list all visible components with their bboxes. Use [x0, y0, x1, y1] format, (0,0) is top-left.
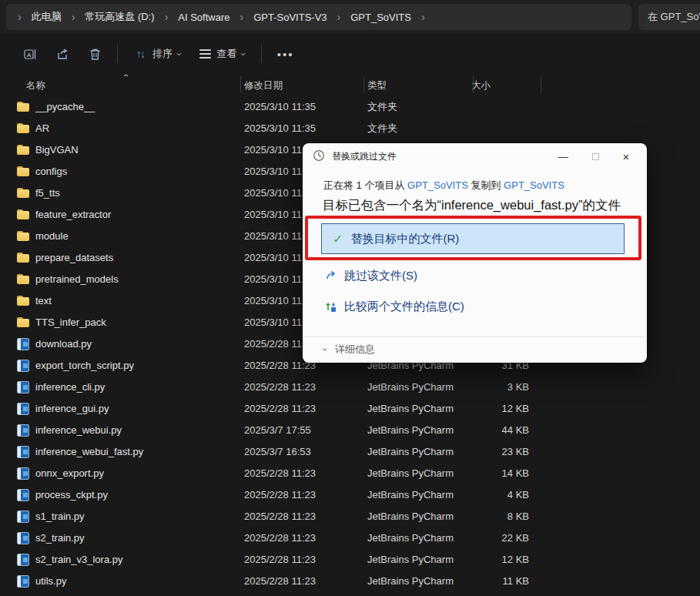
file-row[interactable]: s2_train.py 2025/2/28 11:23 JetBrains Py…	[0, 527, 700, 549]
file-name: s2_train_v3_lora.py	[35, 549, 122, 571]
file-name: BigVGAN	[35, 139, 79, 161]
file-size: 44 KB	[460, 420, 529, 441]
file-row[interactable]: s1_train.py 2025/2/28 11:23 JetBrains Py…	[0, 506, 700, 527]
details-expander[interactable]: › 详细信息	[323, 337, 375, 362]
file-row[interactable]: inference_webui_fast.py 2025/3/7 16:53 J…	[0, 441, 700, 463]
search-input[interactable]: 在 GPT_SoVITS	[638, 4, 700, 30]
file-size: 23 KB	[460, 441, 529, 463]
file-row[interactable]: inference_cli.py 2025/2/28 11:23 JetBrai…	[0, 377, 700, 398]
breadcrumb-separator: ›	[162, 11, 171, 23]
file-row[interactable]: inference_gui.py 2025/2/28 11:23 JetBrai…	[0, 398, 700, 420]
file-row[interactable]: __pycache__ 2025/3/10 11:35 文件夹	[0, 96, 700, 118]
file-type: JetBrains PyCharm	[367, 506, 454, 527]
column-header-type[interactable]: 类型	[367, 79, 387, 92]
python-file-icon	[17, 532, 29, 544]
view-button[interactable]: 查看 ›	[190, 41, 254, 67]
view-label: 查看	[216, 47, 236, 61]
file-type: JetBrains PyCharm	[367, 484, 454, 506]
breadcrumb-separator: ›	[419, 11, 427, 23]
maximize-button[interactable]	[579, 143, 611, 169]
file-row[interactable]: process_ckpt.py 2025/2/28 11:23 JetBrain…	[0, 484, 700, 506]
delete-button[interactable]	[79, 41, 111, 67]
folder-icon	[17, 101, 29, 113]
share-button[interactable]	[46, 41, 79, 67]
address-band: ›此电脑›常玩高速盘 (D:)›AI Software›GPT-SoVITS-V…	[0, 0, 700, 34]
file-size: 14 KB	[460, 463, 529, 484]
skip-file-label: 跳过该文件(S)	[344, 269, 417, 283]
folder-icon	[17, 209, 29, 221]
file-name: export_torch_script.py	[35, 355, 134, 377]
column-divider[interactable]	[363, 76, 364, 93]
file-date-modified: 2025/2/28 11:23	[244, 377, 316, 398]
file-row[interactable]: utils.py 2025/2/28 11:23 JetBrains PyCha…	[0, 571, 700, 592]
trash-icon	[88, 47, 102, 61]
file-size: 22 KB	[460, 527, 529, 549]
python-file-icon	[17, 467, 29, 480]
compare-files-button[interactable]: 比较两个文件的信息(C)	[323, 300, 464, 314]
rename-button[interactable]: A	[14, 41, 46, 67]
svg-text:A: A	[27, 52, 32, 59]
view-icon	[199, 47, 211, 61]
file-name: pretrained_models	[35, 269, 119, 290]
folder-icon	[17, 295, 29, 307]
column-divider[interactable]	[240, 76, 241, 93]
file-row[interactable]: inference_webui.py 2025/3/7 17:55 JetBra…	[0, 420, 700, 441]
python-file-icon	[17, 554, 29, 566]
more-options-button[interactable]: •••	[268, 42, 303, 67]
column-divider[interactable]	[473, 76, 474, 93]
sort-icon: ↑↓	[133, 47, 147, 61]
column-divider[interactable]	[541, 76, 541, 93]
file-type: JetBrains PyCharm	[367, 527, 454, 549]
toolbar-divider	[261, 45, 262, 63]
file-name: text	[35, 290, 52, 312]
breadcrumb: ›此电脑›常玩高速盘 (D:)›AI Software›GPT-SoVITS-V…	[6, 4, 631, 30]
copy-source-link[interactable]: GPT_SoVITS	[407, 179, 468, 191]
file-date-modified: 2025/2/28 11:23	[244, 484, 316, 506]
compare-icon	[323, 300, 337, 314]
file-row[interactable]: onnx_export.py 2025/2/28 11:23 JetBrains…	[0, 463, 700, 484]
column-header-date[interactable]: 修改日期	[244, 79, 283, 92]
file-type: JetBrains PyCharm	[367, 441, 454, 463]
file-name: prepare_datasets	[35, 247, 113, 269]
file-name: inference_webui_fast.py	[35, 441, 143, 463]
breadcrumb-item[interactable]: GPT-SoVITS-V3	[246, 8, 334, 26]
sort-button[interactable]: ↑↓ 排序 ›	[124, 41, 190, 67]
file-row[interactable]: AR 2025/3/10 11:35 文件夹	[0, 118, 700, 139]
sort-label: 排序	[152, 47, 172, 61]
breadcrumb-separator: ›	[69, 11, 78, 23]
file-type: 文件夹	[367, 96, 397, 118]
file-size: 12 KB	[460, 549, 529, 571]
close-button[interactable]: ×	[610, 143, 642, 169]
file-name: feature_extractor	[35, 204, 111, 226]
minimize-button[interactable]: —	[547, 143, 579, 169]
chevron-down-icon: ›	[174, 52, 186, 55]
python-file-icon	[17, 575, 29, 588]
breadcrumb-item[interactable]: 常玩高速盘 (D:)	[77, 7, 162, 27]
folder-icon	[17, 144, 29, 156]
file-size: 12 KB	[460, 398, 529, 420]
column-header-name[interactable]: 名称	[26, 79, 45, 92]
file-type: 文件夹	[367, 118, 397, 139]
file-name: inference_gui.py	[35, 398, 109, 420]
file-row[interactable]: s2_train_v3_lora.py 2025/2/28 11:23 JetB…	[0, 549, 700, 571]
rename-icon: A	[23, 47, 37, 61]
breadcrumb-separator: ›	[238, 11, 246, 23]
breadcrumb-item[interactable]: GPT_SoVITS	[343, 8, 419, 26]
python-file-icon	[17, 511, 29, 523]
copy-destination-link[interactable]: GPT_SoVITS	[504, 179, 564, 191]
file-type: JetBrains PyCharm	[367, 398, 454, 420]
file-type: JetBrains PyCharm	[367, 549, 454, 571]
skip-file-button[interactable]: 跳过该文件(S)	[323, 269, 417, 283]
file-name: onnx_export.py	[35, 463, 104, 484]
file-size: 8 KB	[460, 506, 529, 527]
breadcrumb-item[interactable]: AI Software	[170, 8, 237, 26]
column-header-size[interactable]: 大小	[471, 79, 491, 92]
file-name: TTS_infer_pack	[35, 312, 106, 333]
details-label: 详细信息	[335, 343, 375, 357]
breadcrumb-item[interactable]: 此电脑	[24, 7, 69, 27]
folder-icon	[17, 187, 29, 199]
folder-icon	[17, 316, 29, 329]
copy-status-line: 正在将 1 个项目从 GPT_SoVITS 复制到 GPT_SoVITS	[323, 179, 564, 193]
file-date-modified: 2025/3/10 11:35	[244, 96, 316, 118]
file-date-modified: 2025/2/28 11:23	[244, 571, 316, 592]
